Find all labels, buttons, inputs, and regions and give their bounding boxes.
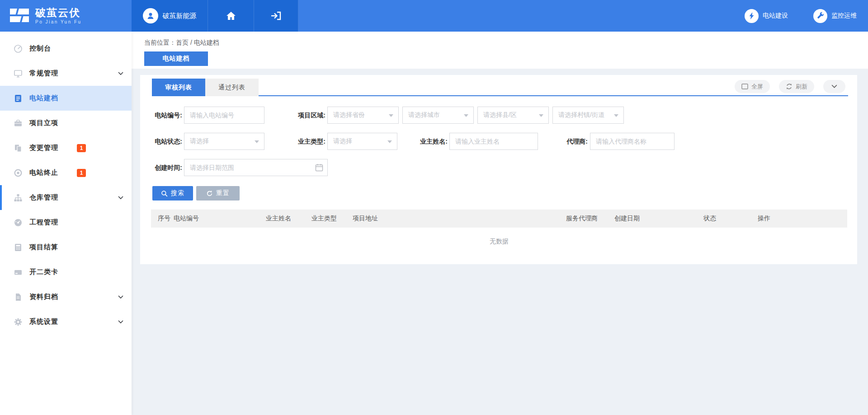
- sidebar-item-change-mgmt[interactable]: 变更管理 1: [0, 135, 132, 160]
- top-bar: 破茧云伏 Po Jian Yun Fu 破茧新能源: [0, 0, 868, 32]
- agent-input[interactable]: [590, 133, 675, 150]
- copy-pages-icon: [14, 144, 23, 153]
- avatar: [143, 8, 158, 23]
- sidebar-item-system-settings[interactable]: 系统设置: [0, 309, 132, 334]
- nav-monitor-ops[interactable]: 监控运维: [813, 9, 857, 23]
- sidebar-menu: 控制台 常规管理 电站建档 项目立项: [0, 32, 132, 334]
- sidebar: 控制台 常规管理 电站建档 项目立项: [0, 32, 132, 415]
- sidebar-item-project-settlement[interactable]: 项目结算: [0, 235, 132, 260]
- sidebar-item-station-termination[interactable]: 电站终止 1: [0, 160, 132, 185]
- brand-text: 破茧云伏 Po Jian Yun Fu: [35, 7, 82, 24]
- breadcrumb-home-link[interactable]: 首页: [176, 39, 189, 46]
- city-select[interactable]: 请选择城市: [402, 107, 474, 124]
- sidebar-item-label: 变更管理: [29, 144, 58, 152]
- station-termination-badge: 1: [77, 169, 86, 177]
- col-序号: 序号: [151, 214, 174, 223]
- collapse-button[interactable]: [823, 80, 845, 93]
- sidebar-item-warehouse-mgmt[interactable]: 仓库管理: [0, 185, 132, 210]
- home-icon: [226, 11, 236, 20]
- breadcrumb-current: 电站建档: [194, 39, 219, 46]
- table-empty-state: 无数据: [151, 228, 847, 256]
- col-操作: 操作: [758, 214, 836, 223]
- calendar-icon: [315, 163, 323, 173]
- station-no-label: 电站编号:: [140, 107, 182, 124]
- gauge-icon: [14, 44, 23, 53]
- sidebar-item-open-type2-card[interactable]: 开二类卡: [0, 260, 132, 284]
- sidebar-item-label: 工程管理: [29, 218, 58, 227]
- chevron-down-icon: [831, 84, 837, 89]
- document-icon: [14, 94, 23, 103]
- monitor-icon: [14, 69, 23, 78]
- col-电站编号: 电站编号: [174, 214, 266, 223]
- county-select-placeholder: 请选择县/区: [483, 111, 517, 119]
- tab-passed-list[interactable]: 通过列表: [205, 79, 259, 96]
- logout-button[interactable]: [254, 0, 298, 32]
- created-time-label: 创建时间:: [140, 159, 182, 176]
- owner-type-select[interactable]: 请选择: [327, 133, 397, 150]
- bolt-icon: [745, 9, 759, 23]
- fullscreen-button[interactable]: 全屏: [735, 80, 770, 93]
- search-button[interactable]: 搜索: [152, 186, 193, 201]
- col-服务代理商: 服务代理商: [566, 214, 614, 223]
- date-range-wrapper: [184, 159, 328, 176]
- reset-icon: [206, 190, 213, 197]
- calculator-icon: [14, 243, 23, 252]
- home-button[interactable]: [208, 0, 254, 32]
- agent-label: 代理商:: [554, 133, 588, 150]
- sidebar-item-label: 开二类卡: [29, 268, 58, 276]
- search-icon: [161, 190, 168, 197]
- brand-logo: 破茧云伏 Po Jian Yun Fu: [0, 0, 132, 32]
- dashboard-icon: [14, 218, 23, 227]
- gear-icon: [14, 317, 23, 326]
- col-业主类型: 业主类型: [311, 214, 353, 223]
- reset-button[interactable]: 重置: [196, 186, 240, 201]
- briefcase-icon: [14, 119, 23, 128]
- province-select[interactable]: 请选择省份: [327, 107, 399, 124]
- col-项目地址: 项目地址: [353, 214, 566, 223]
- breadcrumb: 当前位置：首页 / 电站建档: [144, 39, 219, 47]
- sidebar-item-engineering-mgmt[interactable]: 工程管理: [0, 210, 132, 235]
- sidebar-item-label: 仓库管理: [29, 193, 58, 202]
- sidebar-item-label: 资料归档: [29, 293, 58, 301]
- breadcrumb-label: 当前位置：: [144, 39, 176, 46]
- sidebar-item-general-mgmt[interactable]: 常规管理: [0, 61, 132, 86]
- col-业主姓名: 业主姓名: [266, 214, 311, 223]
- refresh-label: 刷新: [796, 83, 807, 91]
- sidebar-item-label: 电站建档: [29, 94, 58, 103]
- owner-name-input[interactable]: [449, 133, 538, 150]
- change-mgmt-badge: 1: [77, 144, 86, 152]
- tab-review-list[interactable]: 审核列表: [152, 79, 205, 96]
- reset-button-label: 重置: [216, 189, 230, 197]
- sidebar-item-label: 系统设置: [29, 317, 58, 326]
- sidebar-item-station-filing[interactable]: 电站建档: [0, 86, 132, 111]
- station-status-select[interactable]: 请选择: [184, 133, 264, 150]
- caret-down-icon: [389, 114, 393, 119]
- panel-toolbar: 全屏 刷新: [735, 80, 845, 93]
- refresh-button[interactable]: 刷新: [779, 80, 814, 93]
- sidebar-item-data-archive[interactable]: 资料归档: [0, 284, 132, 309]
- owner-name-label: 业主姓名:: [410, 133, 448, 150]
- caret-down-icon: [255, 140, 259, 145]
- nav-station-build[interactable]: 电站建设: [745, 9, 788, 23]
- fullscreen-icon: [741, 84, 748, 89]
- station-status-label: 电站状态:: [140, 133, 182, 150]
- refresh-icon: [786, 83, 793, 90]
- breadcrumb-strip: 当前位置：首页 / 电站建档 电站建档: [132, 32, 868, 69]
- sidebar-item-console[interactable]: 控制台: [0, 36, 132, 61]
- city-select-placeholder: 请选择城市: [408, 111, 440, 119]
- date-range-input[interactable]: [184, 159, 328, 176]
- sidebar-item-label: 项目立项: [29, 119, 58, 127]
- user-menu[interactable]: 破茧新能源: [132, 0, 208, 32]
- province-select-placeholder: 请选择省份: [333, 111, 365, 119]
- station-no-input[interactable]: [184, 107, 264, 124]
- caret-down-icon: [387, 140, 392, 145]
- town-select[interactable]: 请选择村镇/街道: [552, 107, 624, 124]
- wrench-icon: [813, 9, 827, 23]
- station-status-placeholder: 请选择: [190, 137, 209, 145]
- sidebar-item-project-initiation[interactable]: 项目立项: [0, 111, 132, 135]
- chevron-down-icon: [118, 72, 123, 75]
- county-select[interactable]: 请选择县/区: [477, 107, 549, 124]
- sidebar-item-label: 常规管理: [29, 69, 58, 78]
- page-tab-station-filing[interactable]: 电站建档: [144, 51, 208, 66]
- sidebar-item-label: 控制台: [29, 44, 51, 53]
